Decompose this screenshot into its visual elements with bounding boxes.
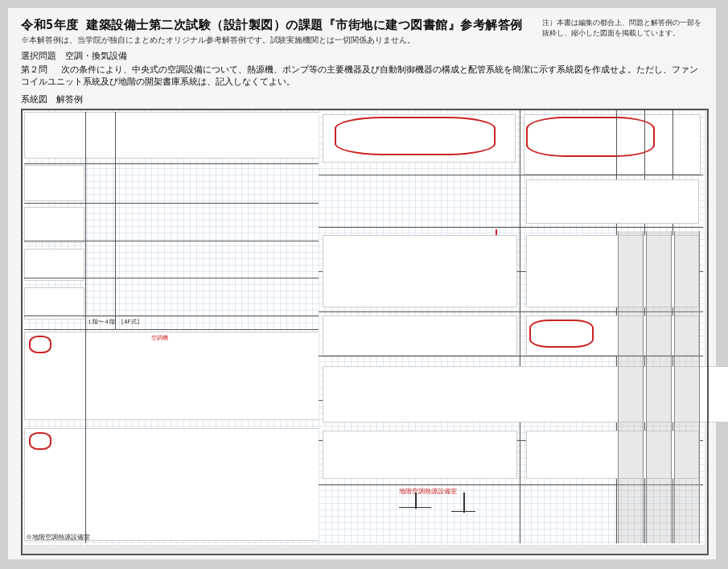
redacted-box-7 xyxy=(24,428,322,541)
cloud-shape-1 xyxy=(29,336,51,353)
cloud-top-right-2 xyxy=(526,117,655,157)
red-label-bottom: 地階空調熱源設備室 xyxy=(399,487,457,496)
note-box: 注）本書は編集の都合上、問題と解答例の一部を抜粋し、縮小した図面を掲載しています… xyxy=(542,18,703,38)
redacted-box-2 xyxy=(24,165,84,201)
cloud-mid-right xyxy=(529,320,594,348)
redacted-right-4 xyxy=(323,235,517,307)
question-category: 選択問題 空調・換気設備 xyxy=(21,49,703,64)
redacted-box-6 xyxy=(24,332,322,420)
hline-1 xyxy=(24,163,322,164)
redacted-right-3 xyxy=(526,179,699,224)
column-stripe-2 xyxy=(646,231,672,543)
rvline-1 xyxy=(520,110,520,543)
redacted-right-5 xyxy=(526,235,699,307)
diagram-label: 系統図 解答例 xyxy=(21,93,703,105)
question-info: 選択問題 空調・換気設備 第２問 次の条件により、中央式の空調設備について、熱源… xyxy=(21,49,703,89)
vline-2 xyxy=(115,112,116,329)
conn-line-4 xyxy=(451,511,475,512)
conn-line-2 xyxy=(399,507,431,508)
redacted-right-6 xyxy=(323,315,517,356)
redacted-right-9 xyxy=(323,431,517,479)
redacted-box-5 xyxy=(24,287,84,320)
diagram-area: １階〜４階 [4F式] 空調機 ※地階空調熱 xyxy=(21,109,709,555)
conn-line-3 xyxy=(463,493,465,513)
question-text: 第２問 次の条件により、中央式の空調設備について、熱源機、ポンプ等の主要機器及び… xyxy=(21,64,703,89)
cloud-top-right xyxy=(335,117,496,155)
hline-3 xyxy=(24,241,322,241)
left-sheet: １階〜４階 [4F式] 空調機 ※地階空調熱 xyxy=(23,110,324,545)
redacted-right-10 xyxy=(526,431,699,479)
page-container: 注）本書は編集の都合上、問題と解答例の一部を抜粋し、縮小した図面を掲載しています… xyxy=(8,8,716,559)
right-sheet: 地階空調熱源設備室 xyxy=(319,110,705,545)
floor-label: １階〜４階 [4F式] xyxy=(87,318,140,326)
red-label-1: 空調機 xyxy=(151,334,168,342)
column-stripe-3 xyxy=(674,231,700,543)
hline-4 xyxy=(24,278,322,278)
conn-line-1 xyxy=(415,493,417,509)
bottom-note: ※地階空調熱源設備室 xyxy=(26,533,90,542)
vline-1 xyxy=(85,112,86,543)
question-number: 第２問 xyxy=(21,64,47,74)
cloud-shape-2 xyxy=(29,432,51,450)
question-body: 次の条件により、中央式の空調設備について、熱源機、ポンプ等の主要機器及び自動制御… xyxy=(21,64,698,87)
hline-6 xyxy=(24,329,322,330)
column-stripe-1 xyxy=(618,231,644,543)
rhline-1 xyxy=(319,175,703,175)
hline-2 xyxy=(24,203,322,204)
redacted-box-1 xyxy=(24,112,322,159)
redacted-box-3 xyxy=(24,207,84,243)
note-text: 注）本書は編集の都合上、問題と解答例の一部を抜粋し、縮小した図面を掲載しています… xyxy=(542,19,701,37)
hline-5 xyxy=(24,315,322,316)
redacted-box-4 xyxy=(24,249,84,281)
rhline-2 xyxy=(319,227,703,228)
